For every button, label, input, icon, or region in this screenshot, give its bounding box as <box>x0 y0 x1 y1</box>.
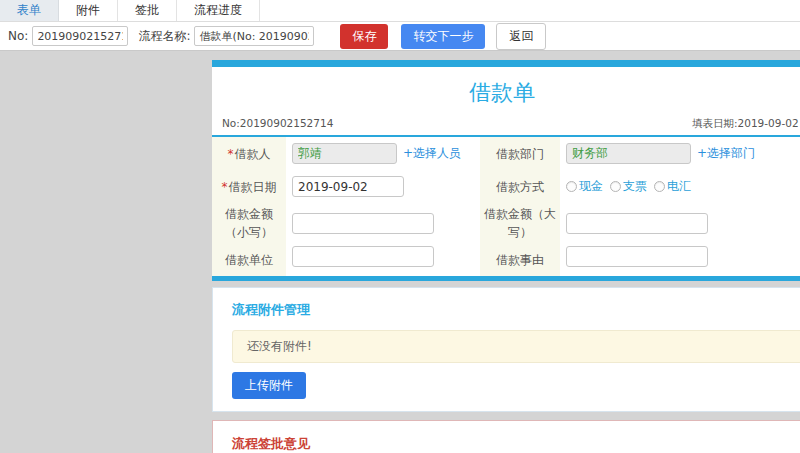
borrow-unit-input[interactable] <box>292 246 434 267</box>
borrow-reason-input[interactable] <box>566 246 708 267</box>
borrow-method-label: 借款方式 <box>480 170 560 203</box>
loan-form-panel: 借款单 No:20190902152714 填表日期:2019-09-02 15… <box>212 60 800 281</box>
forward-next-step-button[interactable]: 转交下一步 <box>401 24 485 49</box>
form-no-text: No:20190902152714 <box>222 117 333 129</box>
attachments-panel: 流程附件管理 还没有附件! 上传附件 <box>212 287 800 412</box>
cash-radio-label: 现金 <box>579 178 603 195</box>
borrow-department-input[interactable] <box>566 143 691 164</box>
no-label: No: <box>8 29 28 43</box>
save-button[interactable]: 保存 <box>340 24 388 49</box>
wire-transfer-radio-label: 电汇 <box>667 178 691 195</box>
no-attachments-alert: 还没有附件! <box>232 330 800 363</box>
tab-form[interactable]: 表单 <box>0 0 59 21</box>
form-date-value: 2019-09-02 15:27:1 <box>738 117 800 129</box>
panel-bottom-bar <box>212 276 800 281</box>
borrow-department-label: 借款部门 <box>480 137 560 170</box>
action-toolbar: No: 流程名称: 保存 转交下一步 返回 <box>0 22 800 51</box>
cash-radio[interactable]: 现金 <box>566 178 603 195</box>
amount-uppercase-label: 借款金额（大写） <box>480 203 560 243</box>
amount-lowercase-label: 借款金额（小写） <box>212 203 286 243</box>
borrower-label-text: 借款人 <box>235 145 271 163</box>
upload-attachment-button[interactable]: 上传附件 <box>232 372 306 399</box>
amount-uppercase-input[interactable] <box>566 213 708 234</box>
amount-lowercase-input[interactable] <box>292 213 434 234</box>
page-title: 借款单 <box>469 78 535 108</box>
wire-transfer-radio[interactable]: 电汇 <box>654 178 691 195</box>
page: 表单 附件 签批 流程进度 No: 流程名称: 保存 转交下一步 返回 借款单 … <box>0 0 800 453</box>
cheque-radio-label: 支票 <box>623 178 647 195</box>
required-marker: * <box>228 145 234 163</box>
borrow-department-label-text: 借款部门 <box>496 145 544 163</box>
borrow-reason-label-text: 借款事由 <box>496 251 544 269</box>
signoff-panel: 流程签批意见 BIabc⌦⚭⚮⚑⇤⇥” 样式 格式 <box>212 420 800 453</box>
wire-transfer-radio-circle[interactable] <box>654 181 665 192</box>
select-department-link[interactable]: +选择部门 <box>697 145 755 162</box>
flow-name-input[interactable] <box>194 26 314 46</box>
select-person-link[interactable]: +选择人员 <box>403 145 461 162</box>
borrow-method-radios: 现金 支票 电汇 <box>566 178 691 195</box>
amount-lowercase-label-text: 借款金额（小写） <box>216 205 282 241</box>
borrower-label: *借款人 <box>212 137 286 170</box>
flow-name-label: 流程名称: <box>138 28 190 45</box>
borrow-date-label-text: 借款日期 <box>229 178 277 196</box>
borrower-input[interactable] <box>292 143 397 164</box>
back-button[interactable]: 返回 <box>496 23 546 50</box>
borrow-date-input[interactable] <box>292 176 404 197</box>
cheque-radio-circle[interactable] <box>610 181 621 192</box>
tab-bar: 表单 附件 签批 流程进度 <box>0 0 800 22</box>
signoff-heading: 流程签批意见 <box>232 435 800 453</box>
tab-signoff[interactable]: 签批 <box>118 0 177 21</box>
amount-uppercase-label-text: 借款金额（大写） <box>484 205 556 241</box>
tab-attachments[interactable]: 附件 <box>59 0 118 21</box>
borrow-unit-label: 借款单位 <box>212 243 286 276</box>
form-date-label: 填表日期: <box>692 117 738 129</box>
main-content: 借款单 No:20190902152714 填表日期:2019-09-02 15… <box>212 60 800 453</box>
borrow-reason-label: 借款事由 <box>480 243 560 276</box>
no-input[interactable] <box>32 26 128 46</box>
cheque-radio[interactable]: 支票 <box>610 178 647 195</box>
required-marker: * <box>222 178 228 196</box>
attachments-heading: 流程附件管理 <box>232 301 800 319</box>
panel-top-bar <box>212 60 800 67</box>
cash-radio-circle[interactable] <box>566 181 577 192</box>
tab-flow-progress[interactable]: 流程进度 <box>177 0 260 21</box>
borrow-unit-label-text: 借款单位 <box>225 251 273 269</box>
loan-form-grid: *借款人 +选择人员 借款部门 +选择部门 *借款日期 <box>212 137 800 276</box>
form-meta-row: No:20190902152714 填表日期:2019-09-02 15:27:… <box>212 115 800 135</box>
borrow-method-label-text: 借款方式 <box>496 178 544 196</box>
form-date-text: 填表日期:2019-09-02 15:27:1 <box>692 117 800 131</box>
borrow-date-label: *借款日期 <box>212 170 286 203</box>
